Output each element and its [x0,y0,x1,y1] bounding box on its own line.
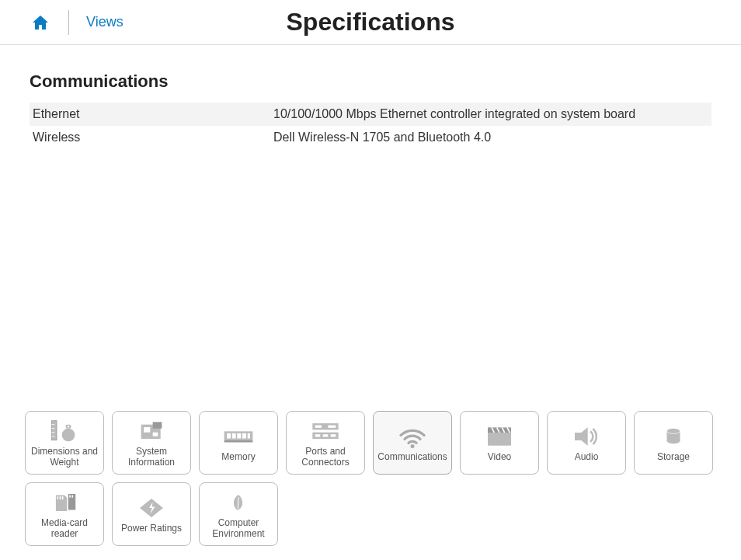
content-area: Communications Ethernet 10/100/1000 Mbps… [0,45,741,149]
svg-rect-17 [242,433,246,439]
svg-rect-40 [60,496,61,499]
power-icon [136,494,167,522]
home-link[interactable] [31,13,50,32]
storage-icon [658,423,689,450]
svg-rect-15 [232,433,236,439]
svg-rect-12 [153,433,158,437]
motherboard-icon [136,417,167,445]
nav-tile-memory[interactable]: Memory [199,411,278,475]
header-bar: Views Specifications [0,0,741,45]
tile-label: Computer Environment [201,518,276,540]
svg-rect-19 [224,440,253,443]
svg-rect-24 [315,434,321,437]
svg-point-8 [68,426,70,428]
nav-tile-computer-environment[interactable]: Computer Environment [199,482,278,546]
svg-rect-28 [488,433,511,446]
spec-value: 10/100/1000 Mbps Ethernet controller int… [273,107,708,121]
leaf-icon [223,489,254,517]
nav-tile-video[interactable]: Video [460,411,539,475]
home-icon [31,13,50,32]
tile-label: Ports and Connectors [288,447,363,468]
tile-label: Audio [575,452,599,463]
svg-rect-14 [227,433,231,439]
tile-label: Dimensions and Weight [27,447,102,468]
svg-rect-21 [315,426,322,428]
bottom-nav: Dimensions and Weight System Information [25,411,724,546]
svg-rect-39 [57,496,59,499]
wifi-icon [397,423,428,450]
sd-card-icon [49,489,80,517]
svg-rect-22 [328,426,336,428]
clapperboard-icon [484,423,515,450]
nav-tile-ports-connectors[interactable]: Ports and Connectors [286,411,365,475]
spec-table: Ethernet 10/100/1000 Mbps Ethernet contr… [30,103,711,149]
nav-tile-audio[interactable]: Audio [547,411,626,475]
ports-icon [310,417,341,445]
tile-label: Video [488,452,511,463]
spec-label: Wireless [33,130,273,144]
svg-rect-26 [331,434,336,437]
tile-label: Storage [657,452,690,463]
svg-rect-16 [237,433,241,439]
tile-label: Communications [377,452,447,463]
nav-tile-system-information[interactable]: System Information [112,411,191,475]
tile-label: System Information [114,447,189,468]
speaker-icon [571,423,602,450]
svg-point-37 [667,438,680,443]
svg-rect-0 [51,421,57,440]
spec-label: Ethernet [33,107,273,121]
svg-rect-42 [69,496,71,498]
nav-tile-dimensions-weight[interactable]: Dimensions and Weight [25,411,104,475]
tile-label: Media-card reader [27,518,102,540]
svg-rect-18 [248,433,250,439]
svg-rect-41 [62,496,64,499]
nav-tile-communications[interactable]: Communications [373,411,452,475]
svg-rect-25 [323,434,329,437]
tile-label: Power Ratings [121,523,182,534]
svg-marker-34 [575,427,588,445]
svg-rect-10 [144,427,150,433]
svg-rect-43 [72,496,74,498]
nav-tile-media-card-reader[interactable]: Media-card reader [25,482,104,546]
tile-label: Memory [221,452,255,463]
svg-point-6 [62,429,75,442]
svg-rect-11 [153,423,162,429]
header-separator [68,10,69,35]
ruler-weight-icon [49,417,80,445]
table-row: Wireless Dell Wireless-N 1705 and Blueto… [30,126,711,149]
memory-icon [223,423,254,450]
views-link[interactable]: Views [86,14,124,30]
section-title: Communications [30,71,711,92]
table-row: Ethernet 10/100/1000 Mbps Ethernet contr… [30,103,711,126]
nav-tile-storage[interactable]: Storage [634,411,713,475]
svg-point-27 [411,444,415,448]
nav-tile-power-ratings[interactable]: Power Ratings [112,482,191,546]
spec-value: Dell Wireless-N 1705 and Bluetooth 4.0 [273,130,708,144]
